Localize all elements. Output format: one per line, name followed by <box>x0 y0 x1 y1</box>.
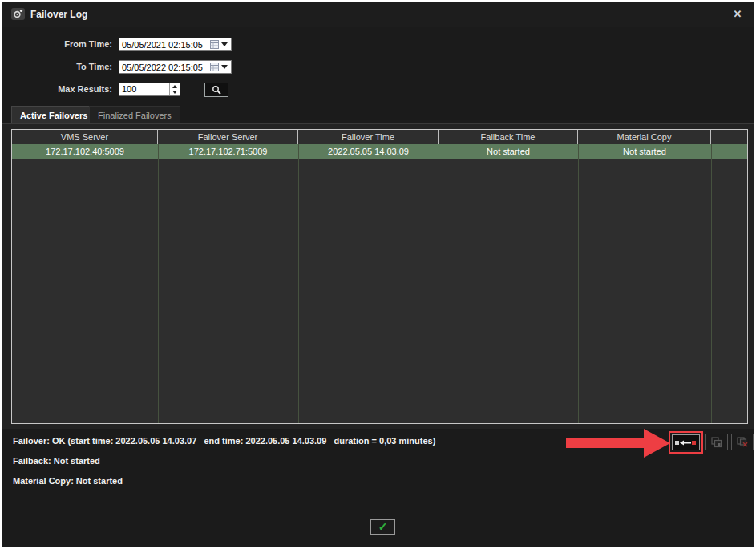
gear-icon <box>11 8 25 20</box>
calendar-icon[interactable] <box>208 61 220 73</box>
calendar-icon[interactable] <box>208 38 220 50</box>
failback-status-text: Failback: Not started <box>13 456 100 466</box>
annotation-arrow-head <box>644 429 670 458</box>
tab-finalized-failovers[interactable]: Finalized Failovers <box>89 106 180 124</box>
window-title: Failover Log <box>30 9 87 20</box>
from-time-value[interactable]: 05/05/2021 02:15:05 <box>119 40 208 50</box>
to-time-label: To Time: <box>2 62 112 71</box>
column-divider <box>711 144 712 423</box>
cancel-material-copy-icon: ✕ <box>737 437 749 448</box>
to-time-value[interactable]: 05/05/2022 02:15:05 <box>119 63 208 72</box>
max-results-field[interactable]: 100 <box>119 83 180 96</box>
cell-failover-time[interactable]: 2022.05.05 14.03.09 <box>298 144 439 159</box>
material-copy-button[interactable] <box>705 434 728 450</box>
column-header-failover-time[interactable]: Failover Time <box>298 130 439 144</box>
spinner-up-icon[interactable] <box>170 83 180 90</box>
svg-text:✕: ✕ <box>742 441 748 448</box>
column-header-failover-server[interactable]: Failover Server <box>158 130 298 144</box>
failover-status-text: Failover: OK (start time: 2022.05.05 14.… <box>13 436 435 446</box>
quantity-stepper[interactable] <box>169 83 180 95</box>
cell-material-copy[interactable]: Not started <box>578 144 711 159</box>
failovers-table: VMS Server Failover Server Failover Time… <box>11 129 748 424</box>
ok-button[interactable]: ✓ <box>370 519 395 535</box>
table-header-row: VMS Server Failover Server Failover Time… <box>12 130 747 144</box>
from-time-field[interactable]: 05/05/2021 02:15:05 <box>119 38 232 51</box>
column-header-failback-time[interactable]: Failback Time <box>439 130 578 144</box>
material-copy-status-text: Material Copy: Not started <box>13 476 123 486</box>
to-time-field[interactable]: 05/05/2022 02:15:05 <box>119 60 232 74</box>
material-copy-icon <box>711 437 723 448</box>
failovers-panel: VMS Server Failover Server Failover Time… <box>2 123 754 429</box>
cell-vms-server[interactable]: 172.17.102.40:5009 <box>12 144 158 159</box>
column-header-vms-server[interactable]: VMS Server <box>12 130 158 144</box>
column-header-empty <box>711 130 747 144</box>
max-results-value[interactable]: 100 <box>119 83 169 95</box>
failback-button[interactable] <box>672 434 700 450</box>
failover-log-dialog: Failover Log ✕ From Time: 05/05/2021 02:… <box>0 0 756 549</box>
search-icon <box>212 85 222 95</box>
tab-active-failovers[interactable]: Active Failovers <box>11 106 96 124</box>
column-divider <box>439 144 439 423</box>
search-button[interactable] <box>204 83 228 97</box>
max-results-label: Max Results: <box>2 84 112 94</box>
cell-failover-server[interactable]: 172.17.102.71:5009 <box>158 144 298 159</box>
table-row-selected[interactable]: 172.17.102.40:5009 172.17.102.71:5009 20… <box>12 144 747 159</box>
column-header-material-copy[interactable]: Material Copy <box>578 130 711 144</box>
chevron-down-icon[interactable] <box>221 42 228 46</box>
failback-icon <box>675 439 697 446</box>
cell-failback-time[interactable]: Not started <box>439 144 578 159</box>
column-divider <box>578 144 579 423</box>
close-icon[interactable]: ✕ <box>731 8 744 21</box>
title-bar: Failover Log ✕ <box>2 2 754 27</box>
cancel-material-copy-button[interactable]: ✕ <box>731 434 754 450</box>
ok-check-icon: ✓ <box>378 520 388 533</box>
chevron-down-icon[interactable] <box>221 65 228 69</box>
spinner-down-icon[interactable] <box>170 90 180 96</box>
column-divider <box>298 144 299 423</box>
from-time-label: From Time: <box>2 39 112 49</box>
column-divider <box>158 144 159 423</box>
annotation-arrow <box>566 438 645 448</box>
annotation-highlight-box <box>669 431 703 454</box>
